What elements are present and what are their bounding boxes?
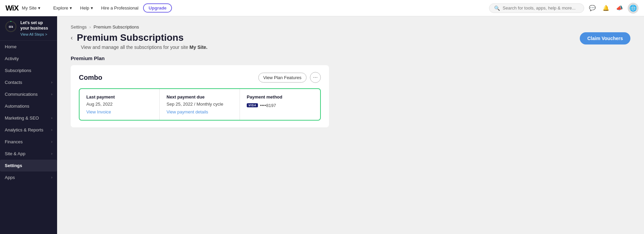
breadcrumb-current: Premium Subscriptions bbox=[93, 24, 139, 30]
sidebar-item-settings[interactable]: Settings bbox=[0, 160, 57, 172]
page-subtitle: View and manage all the subscriptions fo… bbox=[81, 44, 208, 50]
sidebar-item-analytics[interactable]: Analytics & Reports › bbox=[0, 124, 57, 136]
sidebar: 0/4 Let's set up your business View All … bbox=[0, 16, 57, 234]
sidebar-item-activity[interactable]: Activity bbox=[0, 53, 57, 65]
setup-box: 0/4 Let's set up your business View All … bbox=[0, 16, 57, 41]
nav-links: Explore ▾ Help ▾ Hire a Professional Upg… bbox=[50, 3, 489, 13]
last-payment-value: Aug 25, 2022 bbox=[86, 102, 153, 107]
search-icon: 🔍 bbox=[494, 5, 500, 11]
section-title: Premium Plan bbox=[71, 55, 630, 61]
plan-name: Combo bbox=[79, 74, 102, 82]
chevron-icon: › bbox=[51, 116, 52, 120]
breadcrumb-parent[interactable]: Settings bbox=[71, 24, 87, 30]
sidebar-item-label: Analytics & Reports bbox=[5, 127, 43, 132]
next-payment-cell: Next payment due Sep 25, 2022 / Monthly … bbox=[160, 89, 240, 120]
sidebar-item-label: Apps bbox=[5, 175, 15, 180]
chevron-icon: › bbox=[51, 92, 52, 96]
sidebar-item-label: Finances bbox=[5, 139, 23, 144]
more-options-button[interactable]: ··· bbox=[310, 72, 321, 83]
breadcrumb: Settings › Premium Subscriptions bbox=[71, 24, 630, 30]
hire-label: Hire a Professional bbox=[101, 5, 139, 11]
search-bar[interactable]: 🔍 bbox=[489, 3, 584, 13]
sidebar-item-label: Site & App bbox=[5, 151, 25, 156]
sidebar-item-label: Settings bbox=[5, 163, 22, 168]
bell-icon[interactable]: 🔔 bbox=[601, 3, 611, 14]
chevron-icon: › bbox=[51, 152, 52, 156]
plan-card-header: Combo View Plan Features ··· bbox=[79, 72, 321, 83]
card-number: ••••8197 bbox=[260, 103, 276, 108]
wix-logo: WiX bbox=[5, 4, 18, 13]
svg-text:0/4: 0/4 bbox=[9, 25, 13, 29]
avatar[interactable]: 🌐 bbox=[628, 3, 639, 14]
next-payment-value: Sep 25, 2022 / Monthly cycle bbox=[167, 102, 233, 107]
sidebar-item-label: Communications bbox=[5, 92, 38, 97]
progress-circle: 0/4 bbox=[5, 20, 17, 33]
megaphone-icon[interactable]: 📣 bbox=[614, 3, 625, 14]
top-navigation: WiX My Site ▾ Explore ▾ Help ▾ Hire a Pr… bbox=[0, 0, 644, 16]
next-payment-label: Next payment due bbox=[167, 94, 233, 100]
payment-method-cell: Payment method VISA ••••8197 bbox=[240, 89, 320, 120]
nav-help[interactable]: Help ▾ bbox=[77, 3, 97, 13]
visa-badge: VISA ••••8197 bbox=[247, 103, 276, 108]
upgrade-button[interactable]: Upgrade bbox=[143, 3, 172, 13]
site-name-highlight: My Site. bbox=[190, 44, 208, 50]
plan-card: Combo View Plan Features ··· Last paymen… bbox=[71, 65, 329, 127]
sidebar-item-apps[interactable]: Apps › bbox=[0, 172, 57, 183]
sidebar-item-marketing[interactable]: Marketing & SEO › bbox=[0, 112, 57, 124]
sidebar-item-label: Marketing & SEO bbox=[5, 115, 39, 121]
breadcrumb-separator: › bbox=[89, 24, 91, 30]
site-selector[interactable]: My Site ▾ bbox=[22, 5, 41, 11]
last-payment-label: Last payment bbox=[86, 94, 153, 100]
sidebar-item-label: Automations bbox=[5, 104, 29, 109]
setup-title: Let's set up your business bbox=[20, 20, 52, 31]
site-name-label: My Site bbox=[22, 5, 36, 11]
main-content: Settings › Premium Subscriptions ‹ Premi… bbox=[57, 16, 644, 234]
sidebar-item-automations[interactable]: Automations bbox=[0, 100, 57, 112]
page-title-area: ‹ Premium Subscriptions View and manage … bbox=[71, 32, 208, 50]
nav-hire[interactable]: Hire a Professional bbox=[98, 3, 142, 13]
search-input[interactable] bbox=[503, 5, 579, 11]
last-payment-cell: Last payment Aug 25, 2022 View Invoice bbox=[80, 89, 160, 120]
nav-explore[interactable]: Explore ▾ bbox=[50, 3, 75, 13]
subtitle-text: View and manage all the subscriptions fo… bbox=[81, 44, 188, 50]
sidebar-item-site-app[interactable]: Site & App › bbox=[0, 148, 57, 160]
page-title: Premium Subscriptions bbox=[77, 32, 184, 43]
explore-label: Explore bbox=[53, 5, 68, 11]
chat-icon[interactable]: 💬 bbox=[587, 3, 598, 14]
explore-chevron: ▾ bbox=[70, 5, 72, 11]
sidebar-item-home[interactable]: Home bbox=[0, 41, 57, 53]
sidebar-item-finances[interactable]: Finances › bbox=[0, 136, 57, 148]
sidebar-item-label: Activity bbox=[5, 56, 19, 61]
sidebar-item-contacts[interactable]: Contacts › bbox=[0, 76, 57, 88]
sidebar-item-label: Contacts bbox=[5, 80, 22, 85]
payment-method-label: Payment method bbox=[247, 94, 313, 100]
chevron-icon: › bbox=[51, 128, 52, 132]
view-invoice-link[interactable]: View Invoice bbox=[86, 109, 153, 114]
avatar-icon: 🌐 bbox=[629, 4, 637, 12]
sidebar-item-label: Home bbox=[5, 44, 17, 49]
help-label: Help bbox=[80, 5, 89, 11]
payment-info-grid: Last payment Aug 25, 2022 View Invoice N… bbox=[79, 88, 321, 121]
visa-logo: VISA bbox=[247, 103, 258, 107]
help-chevron: ▾ bbox=[91, 5, 93, 11]
back-button[interactable]: ‹ bbox=[71, 34, 73, 41]
nav-right: 🔍 💬 🔔 📣 🌐 bbox=[489, 3, 639, 14]
view-plan-features-button[interactable]: View Plan Features bbox=[258, 73, 307, 83]
chevron-icon: › bbox=[51, 140, 52, 144]
view-all-steps-link[interactable]: View All Steps > bbox=[20, 32, 52, 36]
sidebar-item-communications[interactable]: Communications › bbox=[0, 88, 57, 100]
sidebar-item-subscriptions[interactable]: Subscriptions bbox=[0, 65, 57, 76]
claim-vouchers-button[interactable]: Claim Vouchers bbox=[580, 32, 630, 44]
chevron-icon: › bbox=[51, 80, 52, 84]
ellipsis-icon: ··· bbox=[313, 74, 317, 80]
site-chevron-icon: ▾ bbox=[38, 5, 40, 11]
view-payment-details-link[interactable]: View payment details bbox=[167, 109, 233, 114]
plan-actions: View Plan Features ··· bbox=[258, 72, 321, 83]
sidebar-item-label: Subscriptions bbox=[5, 68, 31, 73]
setup-text: Let's set up your business View All Step… bbox=[20, 20, 52, 36]
main-layout: 0/4 Let's set up your business View All … bbox=[0, 16, 644, 234]
page-header: ‹ Premium Subscriptions View and manage … bbox=[71, 32, 630, 50]
chevron-icon: › bbox=[51, 176, 52, 179]
